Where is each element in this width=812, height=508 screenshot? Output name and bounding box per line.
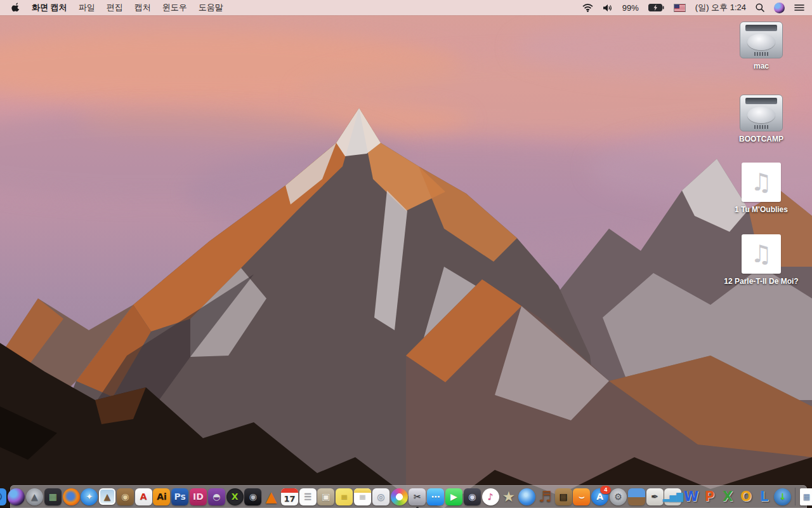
menu-capture[interactable]: 캡처: [134, 2, 151, 13]
photo-print-dock-icon[interactable]: ▲: [99, 488, 115, 505]
numbers-dock-icon[interactable]: ▂▅▇: [664, 488, 681, 505]
illustrator-glyph: Ai: [157, 492, 167, 501]
photoshop-glyph: Ps: [174, 492, 186, 501]
pdf-document-dock-icon[interactable]: ▦: [800, 488, 812, 505]
dock-separator: [795, 488, 796, 505]
finder-dock-icon[interactable]: ☺: [0, 488, 6, 505]
download-manager-glyph: ↓: [779, 492, 787, 501]
desktop-icon-bootcamp[interactable]: BOOTCAMP: [739, 95, 783, 144]
menu-help[interactable]: 도움말: [199, 2, 223, 13]
iweb-glyph: ▤: [560, 492, 568, 501]
photoshop-dock-icon[interactable]: Ps: [171, 488, 188, 505]
archive-utility-dock-icon[interactable]: ▣: [317, 488, 334, 505]
pages-glyph: ✒: [651, 492, 658, 501]
powerpoint-dock-icon[interactable]: P: [701, 488, 718, 505]
keynote-dock-icon[interactable]: [628, 488, 645, 505]
battery-charging-icon[interactable]: [648, 4, 664, 11]
preview-glyph: ◎: [377, 492, 384, 501]
desktop-icon-label: 1 Tu M'Oublies: [735, 205, 788, 214]
outlook-glyph: O: [740, 490, 752, 504]
garageband-dock-icon[interactable]: ♬: [537, 488, 554, 505]
mission-control-dock-icon[interactable]: ▦: [44, 488, 62, 505]
desktop-icon-mac[interactable]: mac: [740, 22, 783, 70]
photo-booth-dock-icon[interactable]: ◉: [464, 488, 481, 505]
excel-dock-icon[interactable]: X: [719, 488, 737, 505]
facetime-glyph: ▶: [450, 492, 457, 501]
lync-dock-icon[interactable]: L: [756, 488, 773, 505]
pages-dock-icon[interactable]: ✒: [646, 488, 664, 505]
ibooks-glyph: ⌣: [579, 492, 584, 501]
itunes-dock-icon[interactable]: ♪: [482, 488, 499, 505]
messages-dock-icon[interactable]: ⋯: [427, 488, 444, 505]
pdf-document-glyph: ▦: [803, 493, 810, 500]
launchpad-dock-icon[interactable]: ▲: [26, 488, 43, 505]
idvd-dock-icon[interactable]: [518, 488, 535, 505]
calendar-dock-icon[interactable]: 17: [281, 488, 298, 505]
menu-window[interactable]: 윈도우: [162, 2, 187, 13]
safari-glyph: ✦: [86, 492, 93, 501]
imovie-dock-icon[interactable]: ★: [500, 488, 517, 505]
desktop-icon-label: mac: [754, 62, 769, 70]
toast-dock-icon[interactable]: ◓: [208, 488, 225, 505]
indesign-dock-icon[interactable]: ID: [190, 488, 207, 505]
volume-icon[interactable]: [603, 4, 613, 12]
desktop: 화면 캡처 파일 편집 캡처 윈도우 도움말: [0, 0, 812, 508]
app-store-dock-icon[interactable]: A4: [591, 488, 608, 505]
system-preferences-dock-icon[interactable]: ⚙: [610, 488, 627, 505]
spotlight-icon[interactable]: [756, 3, 764, 12]
safari-dock-icon[interactable]: ✦: [81, 488, 98, 505]
stickies-dock-icon[interactable]: ≡: [336, 488, 353, 505]
word-glyph: W: [684, 490, 698, 504]
wifi-icon[interactable]: [582, 4, 593, 12]
notification-center-icon[interactable]: [794, 4, 804, 11]
battery-percent: 99%: [622, 3, 639, 13]
preview-dock-icon[interactable]: ◎: [372, 488, 390, 505]
desktop-icon-audio-1[interactable]: ♫ 1 Tu M'Oublies: [735, 163, 788, 214]
photos-dock-icon[interactable]: [391, 488, 408, 505]
hard-drive-icon: [740, 95, 783, 131]
vlc-dock-icon[interactable]: ▲: [263, 488, 280, 505]
powerpoint-glyph: P: [705, 490, 714, 504]
word-dock-icon[interactable]: W: [683, 488, 700, 505]
numbers-glyph: ▂▅▇: [663, 492, 683, 501]
disk-tool-dock-icon[interactable]: ◉: [244, 488, 261, 505]
toast-glyph: ◓: [213, 492, 220, 501]
address-book-glyph: ◉: [121, 492, 129, 501]
illustrator-dock-icon[interactable]: Ai: [153, 488, 170, 505]
notes-glyph: ≡: [359, 492, 367, 501]
siri-icon[interactable]: [774, 3, 785, 13]
photo-print-glyph: ▲: [104, 492, 111, 501]
system-preferences-glyph: ⚙: [614, 492, 622, 501]
x-media-dock-icon[interactable]: X: [226, 488, 244, 505]
notes-dock-icon[interactable]: ≡: [354, 488, 371, 505]
facetime-dock-icon[interactable]: ▶: [445, 488, 462, 505]
input-source-flag-icon[interactable]: [674, 4, 686, 12]
firefox-dock-icon[interactable]: [63, 488, 80, 505]
disk-tool-glyph: ◉: [249, 492, 257, 501]
apple-menu[interactable]: [11, 3, 20, 13]
iweb-dock-icon[interactable]: ▤: [555, 488, 572, 505]
menu-file[interactable]: 파일: [79, 2, 95, 13]
finder-glyph: ☺: [0, 492, 3, 501]
ibooks-dock-icon[interactable]: ⌣: [573, 488, 590, 505]
itunes-glyph: ♪: [488, 492, 494, 501]
dock: ☺▲▦✦▲◉AAiPsID◓X◉▲17☰▣≡≡◎✂⋯▶◉♪★♬▤⌣A4⚙✒▂▅▇…: [10, 485, 807, 508]
audio-file-icon: ♫: [742, 234, 781, 274]
menu-edit[interactable]: 편집: [107, 2, 123, 13]
active-app-name[interactable]: 화면 캡처: [32, 2, 67, 13]
desktop-icon-audio-2[interactable]: ♫ 12 Parle-T-Il De Moi?: [724, 234, 798, 286]
audio-file-icon: ♫: [742, 163, 781, 202]
acrobat-reader-dock-icon[interactable]: A: [135, 488, 152, 505]
download-manager-dock-icon[interactable]: ↓: [774, 488, 791, 505]
grab-dock-icon[interactable]: ✂: [409, 488, 426, 505]
messages-glyph: ⋯: [431, 492, 440, 501]
apple-logo-icon: [11, 3, 20, 13]
menu-bar-clock[interactable]: (일) 오후 1:24: [695, 2, 746, 13]
address-book-dock-icon[interactable]: ◉: [117, 488, 134, 505]
acrobat-reader-glyph: A: [140, 492, 147, 501]
outlook-dock-icon[interactable]: O: [737, 488, 754, 505]
x-media-glyph: X: [232, 492, 239, 501]
calendar-glyph: 17: [284, 495, 295, 503]
reminders-dock-icon[interactable]: ☰: [299, 488, 317, 505]
siri-dock-icon[interactable]: [8, 488, 25, 505]
